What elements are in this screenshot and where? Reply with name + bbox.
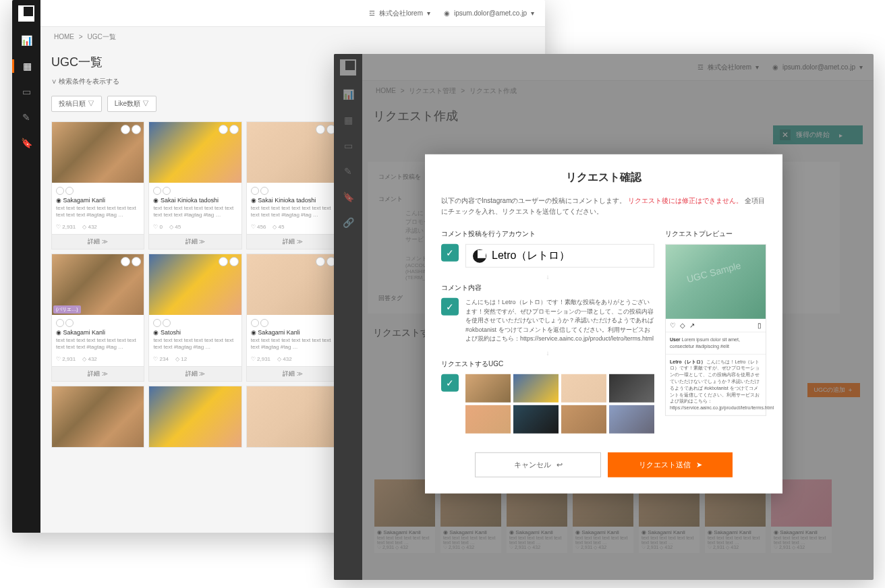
ugc-card[interactable]: ◉ Sakai Kinioka tadoshi text text text t… [246,121,339,249]
preview-user: User [670,337,681,342]
nav-chart-icon[interactable]: 📊 [20,34,33,47]
comment-icon[interactable]: ◇ [680,322,685,329]
cancel-button[interactable]: キャンセル ↩ [475,452,601,477]
card-image [52,386,144,447]
section-label: リクエストするUGC [441,359,654,368]
thumbnail[interactable] [561,374,606,402]
badge-icon[interactable] [229,257,239,266]
user-dropdown[interactable]: ◉ ipsum.dolor@amet.co.jp ▾ [444,9,534,17]
modal-title: リクエスト確認 [441,171,766,185]
preview-image [666,245,766,319]
thumbnail[interactable] [609,405,654,433]
badge-icon[interactable] [229,125,239,134]
check-icon[interactable]: ✓ [441,374,459,391]
check-icon[interactable] [260,319,268,327]
bookmark-icon[interactable]: ▯ [758,322,762,329]
ugc-card[interactable]: ◉ Sakai Kinioka tadoshi text text text t… [148,121,241,249]
card-image [52,122,144,183]
check-icon[interactable] [260,187,268,195]
check-icon[interactable] [65,187,74,195]
stat-likes: ♡ 456 [251,224,266,230]
send-button[interactable]: リクエスト送信 ➤ [608,452,733,477]
stat-likes: ♡ 2,931 [251,356,270,362]
stat-likes: ♡ 2,931 [56,224,76,230]
card-user: ◉ Sakai Kinioka tadoshi [251,197,335,204]
detail-button[interactable]: 詳細 ≫ [149,234,241,249]
star-icon[interactable] [251,319,259,327]
stat-comments: ◇ 432 [82,224,97,230]
star-icon[interactable] [251,187,259,195]
nav-tag-icon[interactable]: 🔖 [20,136,33,150]
ugc-card[interactable] [148,386,241,448]
share-icon[interactable]: ↗ [689,322,695,329]
sidebar: 📊 ▦ ▭ ✎ 🔖 [12,0,40,533]
ugc-card[interactable]: ◉ Satoshi text text text text text text … [148,254,241,382]
check-icon[interactable] [65,319,74,327]
badge-icon[interactable] [121,257,130,266]
thumbnail[interactable] [513,405,559,433]
star-icon[interactable] [153,319,161,327]
check-icon[interactable]: ✓ [441,244,459,262]
preview-caption: Lorem ipsum dolor sit amet, consectetur … [670,337,740,349]
stat-comments: ◇ 45 [169,224,181,230]
card-user: ◉ Sakai Kinioka tadoshi [153,197,237,204]
stat-comments: ◇ 432 [82,356,97,362]
avatar-icon [473,249,486,262]
ugc-card[interactable]: (バリエ…) ◉ Sakagami Kanli text text text t… [51,254,144,382]
ugc-card[interactable]: ◉ Sakagami Kanli text text text text tex… [51,121,144,249]
ugc-card[interactable] [246,386,339,448]
card-text: text text text text text text text text … [153,205,237,221]
send-icon: ➤ [696,460,702,469]
ugc-card[interactable]: ◉ Sakagami Kanli text text text text tex… [246,254,339,382]
detail-button[interactable]: 詳細 ≫ [52,366,144,381]
card-image [247,386,339,447]
thumbnail[interactable] [465,405,511,433]
nav-grid-icon[interactable]: ▦ [12,59,40,73]
stat-likes: ♡ 2,931 [56,356,76,362]
check-icon[interactable] [163,319,171,327]
logo-icon [18,5,34,22]
ugc-card[interactable] [51,386,144,448]
badge-icon[interactable] [132,257,141,266]
thumbnail[interactable] [513,374,559,402]
star-icon[interactable] [56,319,64,327]
heart-icon[interactable]: ♡ [670,322,676,329]
breadcrumb: HOME > UGC一覧 [40,27,545,47]
card-text: text text text text text text text text … [251,205,335,221]
badge-icon[interactable] [121,125,130,134]
check-icon[interactable] [163,187,171,195]
company-dropdown[interactable]: ☲ 株式会社lorem ▾ [369,9,430,18]
crumb-home[interactable]: HOME [54,33,74,40]
star-icon[interactable] [56,187,64,195]
preview-brand: Letro（レトロ） [670,359,706,363]
thumbnail[interactable] [465,374,511,402]
star-icon[interactable] [153,187,161,195]
stat-comments: ◇ 12 [175,356,187,362]
card-user: ◉ Sakagami Kanli [251,329,335,336]
detail-button[interactable]: 詳細 ≫ [247,234,339,249]
account-row: Letro（レトロ） [465,244,654,268]
badge-icon[interactable] [219,125,228,134]
sort-like-button[interactable]: Like数順 ▽ [107,96,156,112]
thumbnail[interactable] [609,374,654,402]
nav-card-icon[interactable]: ▭ [20,85,33,98]
card-user: ◉ Sakagami Kanli [56,329,140,336]
arrow-down-icon: ↓ [441,273,654,281]
badge-icon[interactable] [316,125,325,134]
badge-icon[interactable] [316,257,325,266]
preview-actions: ♡ ◇ ↗ ▯ [666,319,766,332]
sort-date-button[interactable]: 投稿日順 ▽ [51,96,102,112]
tag-chip: (バリエ…) [53,305,81,314]
detail-button[interactable]: 詳細 ≫ [247,366,339,381]
stat-comments: ◇ 45 [273,224,284,230]
badge-icon[interactable] [132,125,141,134]
detail-button[interactable]: 詳細 ≫ [149,366,241,381]
detail-button[interactable]: 詳細 ≫ [52,234,144,249]
nav-edit-icon[interactable]: ✎ [20,111,33,124]
account-name: Letro（レトロ） [492,249,570,263]
thumbnail[interactable] [561,405,606,433]
card-image [247,122,339,183]
badge-icon[interactable] [219,257,228,266]
check-icon[interactable]: ✓ [441,298,459,316]
comment-text: こんにちは！Letro（レトロ）です！素敵な投稿をありがとうございます！突然です… [465,298,654,344]
